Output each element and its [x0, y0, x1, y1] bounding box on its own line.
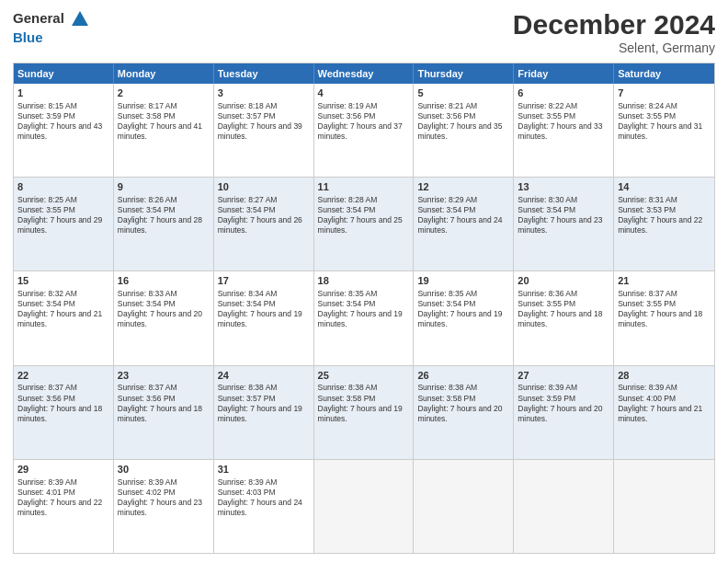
day-number: 31	[218, 463, 310, 477]
logo-general: General	[13, 10, 64, 26]
calendar-cell: 27Sunrise: 8:39 AM Sunset: 3:59 PM Dayli…	[514, 366, 614, 459]
calendar: Sunday Monday Tuesday Wednesday Thursday…	[13, 63, 715, 554]
day-info: Sunrise: 8:37 AM Sunset: 3:56 PM Dayligh…	[17, 383, 109, 423]
day-number: 7	[618, 86, 711, 100]
month-title: December 2024	[513, 9, 715, 40]
day-info: Sunrise: 8:38 AM Sunset: 3:58 PM Dayligh…	[417, 383, 509, 423]
weekday-thursday: Thursday	[414, 63, 514, 84]
day-info: Sunrise: 8:39 AM Sunset: 3:59 PM Dayligh…	[518, 383, 609, 423]
day-number: 13	[518, 180, 609, 194]
day-info: Sunrise: 8:35 AM Sunset: 3:54 PM Dayligh…	[417, 289, 509, 329]
day-info: Sunrise: 8:37 AM Sunset: 3:56 PM Dayligh…	[118, 383, 210, 423]
day-info: Sunrise: 8:33 AM Sunset: 3:54 PM Dayligh…	[118, 289, 210, 329]
day-number: 3	[218, 86, 310, 100]
day-number: 29	[17, 463, 109, 477]
day-number: 11	[318, 180, 410, 194]
logo-blue: Blue	[13, 29, 43, 45]
day-number: 12	[417, 180, 509, 194]
calendar-cell: 7Sunrise: 8:24 AM Sunset: 3:55 PM Daylig…	[614, 84, 714, 177]
calendar-cell: 4Sunrise: 8:19 AM Sunset: 3:56 PM Daylig…	[314, 84, 415, 177]
day-number: 26	[417, 369, 509, 383]
calendar-cell: 25Sunrise: 8:38 AM Sunset: 3:58 PM Dayli…	[314, 366, 415, 459]
calendar-cell: 1Sunrise: 8:15 AM Sunset: 3:59 PM Daylig…	[14, 84, 114, 177]
day-number: 4	[318, 86, 410, 100]
day-info: Sunrise: 8:31 AM Sunset: 3:53 PM Dayligh…	[618, 195, 711, 236]
day-number: 9	[118, 180, 210, 194]
day-number: 16	[118, 274, 210, 288]
calendar-cell: 30Sunrise: 8:39 AM Sunset: 4:02 PM Dayli…	[114, 460, 214, 553]
weekday-sunday: Sunday	[14, 63, 114, 84]
day-info: Sunrise: 8:27 AM Sunset: 3:54 PM Dayligh…	[218, 195, 310, 236]
calendar-header: Sunday Monday Tuesday Wednesday Thursday…	[14, 63, 714, 84]
day-number: 6	[518, 86, 609, 100]
calendar-cell	[514, 460, 614, 553]
weekday-wednesday: Wednesday	[314, 63, 415, 84]
title-block: December 2024 Selent, Germany	[513, 9, 715, 55]
day-number: 10	[218, 180, 310, 194]
day-info: Sunrise: 8:19 AM Sunset: 3:56 PM Dayligh…	[318, 101, 410, 142]
calendar-row-2: 8Sunrise: 8:25 AM Sunset: 3:55 PM Daylig…	[14, 177, 714, 270]
day-info: Sunrise: 8:22 AM Sunset: 3:55 PM Dayligh…	[518, 101, 609, 142]
day-number: 25	[318, 369, 410, 383]
day-info: Sunrise: 8:32 AM Sunset: 3:54 PM Dayligh…	[17, 289, 109, 329]
day-number: 17	[218, 274, 310, 288]
day-number: 2	[118, 86, 210, 100]
calendar-cell: 17Sunrise: 8:34 AM Sunset: 3:54 PM Dayli…	[214, 271, 314, 364]
page: General Blue December 2024 Selent, Germa…	[0, 0, 728, 563]
calendar-cell: 22Sunrise: 8:37 AM Sunset: 3:56 PM Dayli…	[14, 366, 114, 459]
calendar-cell: 23Sunrise: 8:37 AM Sunset: 3:56 PM Dayli…	[114, 366, 214, 459]
calendar-row-4: 22Sunrise: 8:37 AM Sunset: 3:56 PM Dayli…	[14, 365, 714, 459]
day-info: Sunrise: 8:38 AM Sunset: 3:58 PM Dayligh…	[318, 383, 410, 423]
day-info: Sunrise: 8:38 AM Sunset: 3:57 PM Dayligh…	[218, 383, 310, 423]
header: General Blue December 2024 Selent, Germa…	[13, 9, 715, 55]
day-number: 8	[17, 180, 109, 194]
calendar-cell: 26Sunrise: 8:38 AM Sunset: 3:58 PM Dayli…	[414, 366, 514, 459]
day-info: Sunrise: 8:37 AM Sunset: 3:55 PM Dayligh…	[618, 289, 711, 329]
day-number: 18	[318, 274, 410, 288]
calendar-cell	[614, 460, 714, 553]
calendar-cell: 2Sunrise: 8:17 AM Sunset: 3:58 PM Daylig…	[114, 84, 214, 177]
day-info: Sunrise: 8:17 AM Sunset: 3:58 PM Dayligh…	[118, 101, 210, 142]
calendar-row-3: 15Sunrise: 8:32 AM Sunset: 3:54 PM Dayli…	[14, 270, 714, 364]
calendar-cell: 29Sunrise: 8:39 AM Sunset: 4:01 PM Dayli…	[14, 460, 114, 553]
calendar-cell: 9Sunrise: 8:26 AM Sunset: 3:54 PM Daylig…	[114, 178, 214, 270]
day-info: Sunrise: 8:39 AM Sunset: 4:02 PM Dayligh…	[118, 477, 210, 518]
day-number: 24	[218, 369, 310, 383]
calendar-body: 1Sunrise: 8:15 AM Sunset: 3:59 PM Daylig…	[14, 84, 714, 553]
calendar-cell: 10Sunrise: 8:27 AM Sunset: 3:54 PM Dayli…	[214, 178, 314, 270]
day-info: Sunrise: 8:36 AM Sunset: 3:55 PM Dayligh…	[518, 289, 609, 329]
day-info: Sunrise: 8:26 AM Sunset: 3:54 PM Dayligh…	[118, 195, 210, 236]
day-number: 19	[417, 274, 509, 288]
day-number: 15	[17, 274, 109, 288]
day-info: Sunrise: 8:25 AM Sunset: 3:55 PM Dayligh…	[17, 195, 109, 236]
day-number: 23	[118, 369, 210, 383]
calendar-cell	[314, 460, 415, 553]
day-info: Sunrise: 8:35 AM Sunset: 3:54 PM Dayligh…	[318, 289, 410, 329]
day-info: Sunrise: 8:18 AM Sunset: 3:57 PM Dayligh…	[218, 101, 310, 142]
day-number: 28	[618, 369, 711, 383]
logo-icon	[70, 9, 90, 29]
calendar-cell: 3Sunrise: 8:18 AM Sunset: 3:57 PM Daylig…	[214, 84, 314, 177]
weekday-tuesday: Tuesday	[214, 63, 314, 84]
calendar-cell: 8Sunrise: 8:25 AM Sunset: 3:55 PM Daylig…	[14, 178, 114, 270]
day-info: Sunrise: 8:24 AM Sunset: 3:55 PM Dayligh…	[618, 101, 711, 142]
day-number: 30	[118, 463, 210, 477]
day-info: Sunrise: 8:28 AM Sunset: 3:54 PM Dayligh…	[318, 195, 410, 236]
weekday-friday: Friday	[514, 63, 614, 84]
day-number: 20	[518, 274, 609, 288]
day-info: Sunrise: 8:39 AM Sunset: 4:01 PM Dayligh…	[17, 477, 109, 518]
calendar-cell: 11Sunrise: 8:28 AM Sunset: 3:54 PM Dayli…	[314, 178, 415, 270]
calendar-cell	[414, 460, 514, 553]
day-info: Sunrise: 8:30 AM Sunset: 3:54 PM Dayligh…	[518, 195, 609, 236]
calendar-cell: 28Sunrise: 8:39 AM Sunset: 4:00 PM Dayli…	[614, 366, 714, 459]
calendar-cell: 31Sunrise: 8:39 AM Sunset: 4:03 PM Dayli…	[214, 460, 314, 553]
calendar-cell: 14Sunrise: 8:31 AM Sunset: 3:53 PM Dayli…	[614, 178, 714, 270]
calendar-cell: 16Sunrise: 8:33 AM Sunset: 3:54 PM Dayli…	[114, 271, 214, 364]
day-number: 14	[618, 180, 711, 194]
day-info: Sunrise: 8:39 AM Sunset: 4:00 PM Dayligh…	[618, 383, 711, 423]
day-number: 1	[17, 86, 109, 100]
day-number: 5	[417, 86, 509, 100]
day-number: 27	[518, 369, 609, 383]
location-title: Selent, Germany	[513, 40, 715, 55]
logo: General Blue	[13, 9, 90, 46]
